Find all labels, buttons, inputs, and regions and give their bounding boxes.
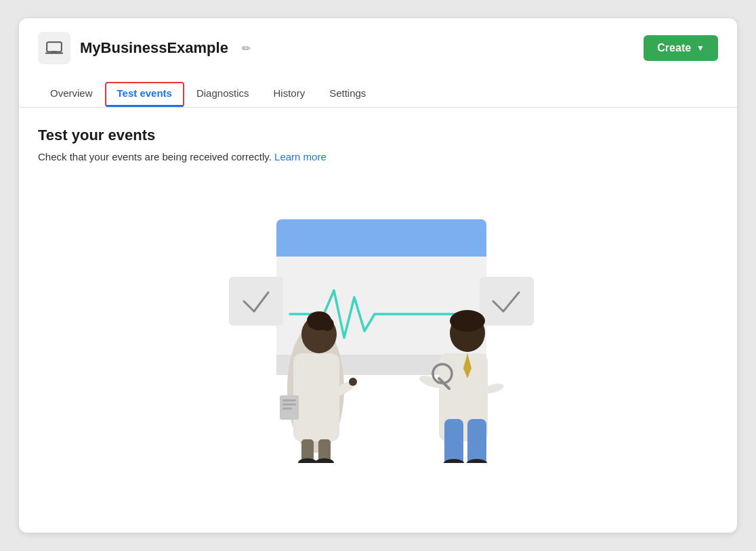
main-content: Test your events Check that your events … (19, 108, 737, 463)
header-left: MyBusinessExample ✏ (38, 32, 251, 64)
svg-rect-7 (480, 277, 534, 326)
tab-diagnostics[interactable]: Diagnostics (184, 82, 261, 107)
illustration (38, 179, 718, 463)
app-name: MyBusinessExample (80, 39, 228, 57)
svg-rect-18 (282, 403, 296, 405)
nav-tabs: Overview Test events Diagnostics History… (19, 71, 737, 108)
edit-icon[interactable]: ✏ (242, 42, 251, 55)
svg-rect-17 (282, 399, 296, 401)
create-button-label: Create (657, 42, 691, 54)
create-button[interactable]: Create ▼ (644, 35, 718, 61)
svg-rect-27 (444, 419, 463, 463)
svg-rect-0 (47, 42, 62, 51)
svg-rect-6 (229, 277, 283, 326)
svg-rect-19 (282, 407, 292, 410)
tab-test-events[interactable]: Test events (105, 82, 184, 107)
laptop-icon (45, 39, 63, 57)
tab-settings[interactable]: Settings (317, 82, 378, 107)
page-title: Test your events (38, 127, 718, 144)
illustration-svg (148, 179, 608, 463)
header: MyBusinessExample ✏ Create ▼ (19, 18, 737, 64)
svg-rect-28 (467, 419, 486, 463)
svg-point-11 (320, 317, 334, 331)
svg-point-26 (450, 310, 485, 332)
learn-more-link[interactable]: Learn more (274, 151, 327, 162)
page-subtitle: Check that your events are being receive… (38, 151, 718, 162)
main-card: MyBusinessExample ✏ Create ▼ Overview Te… (19, 18, 737, 533)
svg-rect-12 (293, 353, 339, 441)
app-icon (38, 32, 70, 64)
svg-point-23 (315, 458, 334, 463)
svg-rect-3 (276, 243, 486, 257)
chevron-down-icon: ▼ (696, 43, 705, 53)
tab-overview[interactable]: Overview (38, 82, 105, 107)
svg-point-22 (298, 458, 317, 463)
svg-point-14 (349, 378, 357, 386)
tab-history[interactable]: History (261, 82, 318, 107)
